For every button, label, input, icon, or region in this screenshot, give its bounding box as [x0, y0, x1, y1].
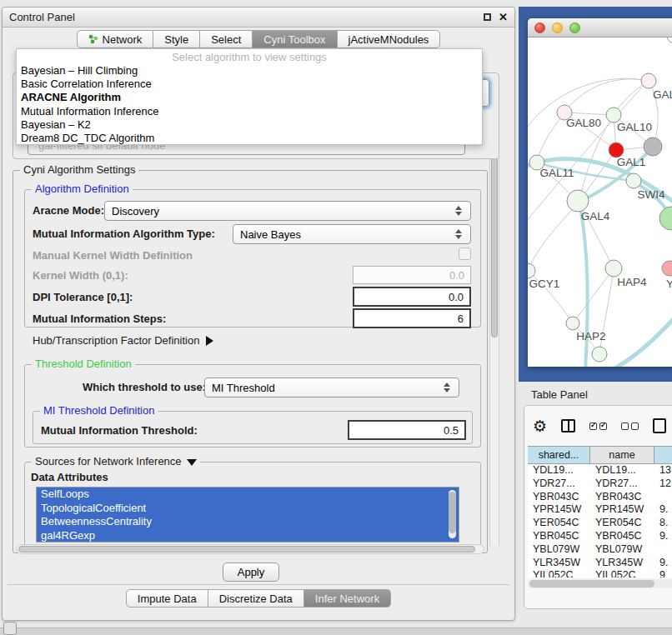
threshold-definition-title: Threshold Definition	[32, 358, 135, 370]
gear-icon[interactable]: ⚙	[533, 418, 547, 434]
table-row[interactable]: YDL19...YDL19...13	[528, 464, 672, 478]
which-threshold-combo[interactable]: MI Threshold	[204, 378, 459, 398]
node-unlabeled[interactable]	[659, 207, 672, 230]
node-gcy1[interactable]	[528, 263, 535, 278]
algorithm-option-aracne-algorithm[interactable]: ARACNE Algorithm	[17, 91, 482, 104]
dpi-tolerance-field[interactable]: 0.0	[353, 287, 471, 307]
mi-steps-label: Mutual Information Steps:	[33, 312, 166, 325]
algorithm-dropdown-list: Select algorithm to view settings Bayesi…	[16, 48, 483, 145]
table-row[interactable]: YLR345WYLR345W9.	[528, 557, 672, 570]
table-row[interactable]: YBR045CYBR045C9.	[528, 530, 672, 543]
table-cell: YIL052C	[528, 569, 590, 578]
node-y[interactable]	[662, 261, 672, 276]
column-header-name[interactable]: name	[590, 447, 654, 463]
table-row[interactable]: YER054CYER054C8.	[528, 517, 672, 530]
control-panel-title: Control Panel	[9, 11, 75, 23]
data-attributes-list[interactable]: SelfLoopsTopologicalCoefficientBetweenne…	[36, 487, 459, 542]
settings-hscroll-thumb[interactable]	[18, 546, 475, 552]
bottom-tab-discretize-data[interactable]: Discretize Data	[208, 589, 304, 608]
bottom-tab-impute-data[interactable]: Impute Data	[126, 589, 208, 608]
mi-type-combo[interactable]: Naive Bayes	[233, 224, 471, 244]
table-hscroll-thumb[interactable]	[529, 580, 654, 588]
attributes-scrollbar[interactable]	[449, 490, 456, 538]
network-nodes[interactable]: GALGAL80GAL10GAL1GAL11SWI4GAL4GCY1HAP4YH…	[528, 38, 672, 362]
table-row[interactable]: YBL079WYBL079W	[528, 543, 672, 557]
combo-arrows-icon	[455, 206, 464, 216]
tab-select[interactable]: Select	[200, 30, 253, 48]
tab-jactivemnodules-label: jActiveMNodules	[349, 33, 429, 46]
mi-threshold-definition-title: MI Threshold Definition	[40, 404, 158, 417]
float-window-icon[interactable]	[484, 13, 491, 21]
table-cell: YER054C	[528, 517, 590, 530]
tab-cyni-toolbox-label: Cyni Toolbox	[263, 33, 325, 46]
network-canvas[interactable]: GALGAL80GAL10GAL1GAL11SWI4GAL4GCY1HAP4YH…	[528, 38, 672, 367]
column-header-shared[interactable]: shared...	[528, 447, 590, 463]
table-cell: YLR345W	[528, 557, 590, 570]
algorithm-definition-title: Algorithm Definition	[32, 182, 133, 195]
node-unlabeled[interactable]	[667, 38, 672, 43]
table-body: YDL19...YDL19...13YDR27...YDR27...12YBR0…	[528, 464, 672, 578]
tab-jactivemnodules[interactable]: jActiveMNodules	[338, 30, 441, 48]
tab-network[interactable]: Network	[77, 30, 154, 48]
algorithm-option-basic-correlation-inference[interactable]: Basic Correlation Inference	[17, 78, 482, 91]
hub-definition-expander[interactable]: Hub/Transcription Factor Definition	[33, 334, 213, 347]
attribute-selfloops[interactable]: SelfLoops	[37, 488, 459, 502]
node-label-hap4: HAP4	[617, 276, 647, 288]
table-row[interactable]: YPR145WYPR145W9.	[528, 503, 672, 517]
attributes-scroll-thumb[interactable]	[449, 492, 456, 533]
attribute-gal4rgexp[interactable]: gal4RGexp	[37, 529, 459, 543]
mac-zoom-icon[interactable]	[569, 22, 580, 33]
table-row[interactable]: YDR27...YDR27...12	[528, 478, 672, 491]
bottom-tab-infer-network[interactable]: Infer Network	[304, 589, 391, 608]
collapsed-panel-button[interactable]	[3, 622, 17, 635]
attribute-betweennesscentrality[interactable]: BetweennessCentrality	[37, 515, 459, 529]
table-header-row[interactable]: shared...name	[528, 446, 672, 464]
node-unlabeled[interactable]	[644, 138, 662, 156]
table-panel-section: Table Panel ⚙ shared...name YDL19...YDL1…	[519, 382, 672, 628]
node-unlabeled[interactable]	[592, 347, 607, 362]
table-cell: 9	[654, 569, 672, 578]
algorithm-dropdown-placeholder: Select algorithm to view settings	[17, 50, 482, 64]
tab-select-label: Select	[211, 33, 241, 46]
select-all-columns-icon[interactable]	[589, 422, 607, 430]
panel-divider	[8, 584, 509, 585]
node-label-gal: GAL	[653, 88, 672, 101]
network-window-titlebar[interactable]	[528, 18, 672, 38]
mi-threshold-label: Mutual Information Threshold:	[41, 424, 198, 437]
kernel-width-value: 0.0	[449, 269, 464, 282]
mac-close-icon[interactable]	[534, 22, 545, 33]
table-row[interactable]: YBR043CYBR043C	[528, 491, 672, 504]
mac-minimize-icon[interactable]	[552, 22, 563, 33]
attribute-topologicalcoefficient[interactable]: TopologicalCoefficient	[37, 502, 459, 516]
deselect-all-columns-icon[interactable]	[621, 422, 639, 430]
manual-kernel-checkbox[interactable]	[459, 248, 471, 260]
aracne-mode-combo[interactable]: Discovery	[104, 201, 471, 221]
algorithm-option-mutual-information-inference[interactable]: Mutual Information Inference	[17, 105, 482, 118]
table-horizontal-scrollbar[interactable]	[528, 579, 672, 588]
node-swi4[interactable]	[626, 173, 641, 188]
node-gal[interactable]	[641, 73, 656, 88]
document-icon[interactable]	[653, 418, 666, 433]
tab-style[interactable]: Style	[153, 30, 200, 48]
algorithm-option-bayesian-hill-climbing[interactable]: Bayesian – Hill Climbing	[17, 64, 482, 78]
node-gal4[interactable]	[567, 190, 589, 212]
mi-steps-field[interactable]: 6	[353, 308, 471, 328]
tab-network-label: Network	[103, 33, 143, 46]
kernel-width-field[interactable]: 0.0	[353, 266, 471, 284]
algorithm-option-dream8-dc-tdc-algorithm[interactable]: Dream8 DC_TDC Algorithm	[17, 132, 482, 145]
manual-kernel-label: Manual Kernel Width Definition	[33, 249, 193, 262]
split-columns-icon[interactable]	[561, 419, 575, 432]
sources-title[interactable]: Sources for Network Inference	[32, 455, 200, 468]
node-hap4[interactable]	[605, 260, 622, 277]
control-panel-titlebar: Control Panel ✕	[3, 8, 514, 28]
aracne-mode-value: Discovery	[112, 205, 159, 218]
table-row[interactable]: YIL052CYIL052C9	[528, 569, 672, 578]
column-header-2[interactable]	[654, 447, 672, 463]
mi-threshold-field[interactable]: 0.5	[348, 420, 466, 440]
algorithm-option-bayesian-k2[interactable]: Bayesian – K2	[17, 118, 482, 132]
apply-button[interactable]: Apply	[223, 562, 279, 582]
settings-horizontal-scrollbar[interactable]	[16, 544, 484, 554]
node-hap2[interactable]	[566, 317, 579, 330]
close-icon[interactable]: ✕	[499, 12, 508, 22]
tab-cyni-toolbox[interactable]: Cyni Toolbox	[253, 30, 337, 48]
